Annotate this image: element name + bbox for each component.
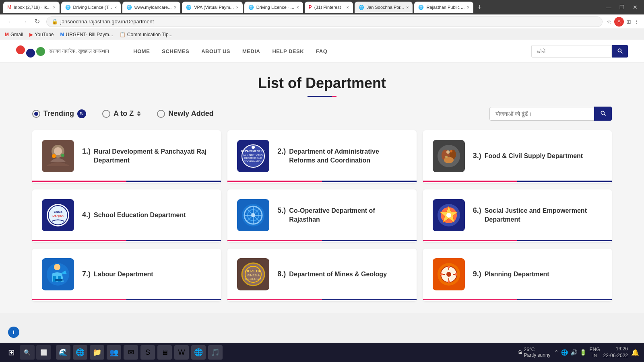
forward-button[interactable]: → <box>19 17 30 26</box>
taskbar-mail[interactable]: ✉ <box>124 345 138 360</box>
dept-search-button[interactable] <box>594 107 612 121</box>
nav-media[interactable]: MEDIA <box>242 48 260 54</box>
language-selector[interactable]: ENG IN <box>590 347 600 358</box>
dept-number-7: 7.) <box>82 270 91 278</box>
tab-loan[interactable]: 🌐 www.myloancare... × <box>122 2 180 13</box>
dept-card-9[interactable]: 9.) Planning Department <box>423 249 612 301</box>
svg-rect-44 <box>55 279 63 281</box>
taskbar-swipe[interactable]: S <box>140 345 155 360</box>
nav-about[interactable]: ABOUT US <box>201 48 230 54</box>
weather-info: 🌤 26°C Partly sunny <box>518 347 551 358</box>
svg-text:DEPARTMENT OF: DEPARTMENT OF <box>241 150 265 152</box>
tab-driving2[interactable]: 🌐 Driving Licence - ... × <box>244 2 303 13</box>
volume-icon[interactable]: 🔊 <box>570 349 577 356</box>
svg-point-61 <box>448 280 450 283</box>
dept-search <box>489 107 612 121</box>
dept-name-9: Planning Department <box>485 270 549 279</box>
dept-card-2[interactable]: DEPARTMENT OF ADMINISTRATIVE REFORMS AND… <box>227 130 416 183</box>
dept-card-6[interactable]: 6.) Social Justice and Empowerment Depar… <box>423 189 612 242</box>
nav-faq[interactable]: FAQ <box>316 48 327 54</box>
info-badge[interactable]: i <box>8 327 19 338</box>
tab-vpa[interactable]: 🌐 VPA (Virtual Paym... × <box>182 2 242 13</box>
dept-card-7[interactable]: 7.) Labour Department <box>32 249 221 301</box>
taskbar-edge[interactable]: 🌊 <box>56 345 70 360</box>
close-button[interactable]: ✕ <box>630 3 641 11</box>
taskbar-chrome[interactable]: 🌐 <box>73 345 87 360</box>
taskbar-teams[interactable]: 👥 <box>107 345 121 360</box>
svg-point-16 <box>444 157 454 163</box>
taskbar-word[interactable]: W <box>174 345 189 360</box>
dept-search-input[interactable] <box>489 107 594 121</box>
filter-trending[interactable]: Trending ↻ <box>32 109 86 118</box>
main-content: List of Department Trending ↻ A to Z New… <box>0 63 644 313</box>
reload-button[interactable]: ↻ <box>32 17 42 26</box>
tab-close-driving1[interactable]: × <box>114 5 117 10</box>
battery-icon[interactable]: 🔋 <box>580 349 586 356</box>
tab-close-gmail[interactable]: × <box>53 5 56 10</box>
svg-point-19 <box>445 156 448 158</box>
dept-card-4[interactable]: Shala Darpan 4.) School Education Depart… <box>32 189 221 242</box>
tab-gmail[interactable]: M Inbox (2,719) - ik... × <box>3 2 60 13</box>
dept-icon-food <box>433 140 465 172</box>
taskbar-files[interactable]: 📁 <box>90 345 104 360</box>
header-search-button[interactable] <box>612 45 628 58</box>
tab-close-driving2[interactable]: × <box>297 5 299 10</box>
dept-icon-mines: DEPT OF MINES & GEOLOGY <box>237 258 269 290</box>
dept-number-4: 4.) <box>82 211 91 219</box>
dept-card-8[interactable]: DEPT OF MINES & GEOLOGY 8.) Department o… <box>227 249 416 301</box>
bookmark-gmail[interactable]: M Gmail <box>5 32 23 37</box>
dept-number-8: 8.) <box>277 270 286 278</box>
tab-driving1[interactable]: 🌐 Driving Licence (T... × <box>61 2 121 13</box>
atoz-radio[interactable] <box>102 110 110 118</box>
start-button[interactable]: ⊞ <box>5 346 18 359</box>
chevron-up-icon[interactable]: ⌃ <box>554 349 559 356</box>
tab-close-loan[interactable]: × <box>174 5 176 10</box>
tab-pinterest[interactable]: P (31) Pinterest × <box>305 2 353 13</box>
tab-rajasthan[interactable]: 🌐 Rajasthan Public ... × <box>414 2 473 13</box>
taskbar-search[interactable]: 🔍 <box>20 345 35 360</box>
dept-name-8: Department of Mines & Geology <box>289 270 387 279</box>
taskbar-task-view[interactable]: ⬜ <box>36 345 51 360</box>
more-menu-icon[interactable]: ⋮ <box>634 19 639 25</box>
taskbar-chrome2[interactable]: 🌐 <box>191 345 206 360</box>
svg-text:MINES &: MINES & <box>247 274 260 277</box>
taskbar-spotify[interactable]: 🎵 <box>208 345 223 360</box>
network-icon[interactable]: 🌐 <box>561 349 568 356</box>
taskbar-desktop[interactable]: 🖥 <box>157 345 172 360</box>
minimize-button[interactable]: — <box>603 3 615 11</box>
site-header: सशक्त नागरिक, खुशहाल राजस्थान HOME SCHEM… <box>0 40 644 63</box>
dept-card-1[interactable]: 1.) Rural Development & Panchayati Raj D… <box>32 130 221 183</box>
bookmark-youtube[interactable]: ▶ YouTube <box>29 32 54 37</box>
notification-icon[interactable]: 🔔 <box>631 349 639 356</box>
trending-radio[interactable] <box>32 110 40 118</box>
newly-added-radio[interactable] <box>157 110 165 118</box>
tab-close-pinterest[interactable]: × <box>347 5 349 10</box>
new-tab-button[interactable]: + <box>475 3 484 12</box>
dept-icon-planning <box>433 258 465 290</box>
svg-point-3 <box>52 154 56 158</box>
tab-close-vpa[interactable]: × <box>236 5 239 10</box>
tab-close-jansoochna[interactable]: × <box>407 5 409 10</box>
back-button[interactable]: ← <box>5 17 16 26</box>
header-search-input[interactable] <box>531 45 612 58</box>
url-bar[interactable]: 🔒 jansoochna.rajasthan.gov.in/Department <box>46 16 603 27</box>
nav-home[interactable]: HOME <box>133 48 150 54</box>
bookmark-star-icon[interactable]: ☆ <box>607 19 612 25</box>
dept-card-5[interactable]: 5.) Co-Operative Department of Rajasthan <box>227 189 416 242</box>
nav-schemes[interactable]: SCHEMES <box>162 48 189 54</box>
bookmark-urgent[interactable]: M URGENT- Bill Paym... <box>60 32 113 37</box>
title-underline <box>32 96 612 97</box>
profile-icon[interactable]: A <box>614 17 624 27</box>
restore-button[interactable]: ❐ <box>616 3 628 11</box>
bookmark-communication[interactable]: 📋 Communication Tip... <box>120 32 173 37</box>
filter-newly-added[interactable]: Newly Added <box>157 109 213 118</box>
tab-close-rajasthan[interactable]: × <box>467 5 469 10</box>
extensions-icon[interactable]: ⊞ <box>626 19 631 25</box>
svg-text:DEPT OF: DEPT OF <box>246 269 262 273</box>
nav-helpdesk[interactable]: HELP DESK <box>272 48 304 54</box>
svg-point-60 <box>455 273 457 276</box>
dept-card-3[interactable]: 3.) Food & Civil Supply Department <box>423 130 612 183</box>
tab-jansoochna[interactable]: 🌐 Jan Soochna Por... × <box>355 2 413 13</box>
filter-atoz[interactable]: A to Z <box>102 109 141 118</box>
svg-point-11 <box>252 146 255 149</box>
